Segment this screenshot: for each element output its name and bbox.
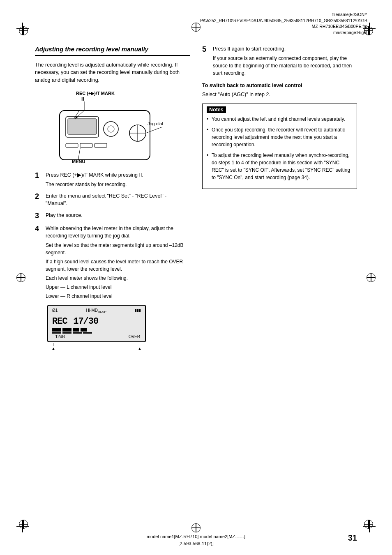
step-4-content: While observing the level meter in the d… xyxy=(46,225,190,300)
lcd-top-row: Ø1 Hi-MDHi-SP ▮▮▮ xyxy=(52,308,141,314)
left-column: Adjusting the recording level manually T… xyxy=(35,45,190,351)
lcd-main-text: REC 17/30 xyxy=(52,315,141,327)
step-1: 1 Press REC (+▶)/T MARK while pressing I… xyxy=(35,171,190,188)
svg-text:MENU: MENU xyxy=(72,159,85,164)
lcd-label-left: –12dB xyxy=(53,334,65,339)
right-column: 5 Press II again to start recording. If … xyxy=(202,45,357,351)
lcd-display: Ø1 Hi-MDHi-SP ▮▮▮ REC 17/30 xyxy=(47,305,146,342)
svg-rect-5 xyxy=(68,119,97,134)
lcd-bar-3 xyxy=(73,328,79,332)
step-3-content: Play the source. xyxy=(46,212,190,219)
lcd-mode: Hi-MDHi-SP xyxy=(86,308,106,314)
content-area: Adjusting the recording level manually T… xyxy=(35,45,357,514)
svg-point-7 xyxy=(108,126,114,132)
pointer-over: ▲ xyxy=(138,343,142,351)
svg-line-15 xyxy=(146,127,162,133)
step-4: 4 While observing the level meter in the… xyxy=(35,225,190,300)
step-2-content: Enter the menu and select "REC Set" - "R… xyxy=(46,192,190,208)
lcd-bars-row2 xyxy=(52,332,141,334)
lcd-dash-3 xyxy=(73,332,82,334)
pointer-12db-line xyxy=(53,343,53,346)
header-filename: filename[E:\SONY PA\5252_RH710\REVISE\DA… xyxy=(200,12,367,36)
filename-line3: -MZ-RH710EE\04GB00PE.fm xyxy=(310,24,367,29)
step-4-sub5: Lower — R channel input level xyxy=(46,292,190,300)
notes-list: You cannot adjust the left and right cha… xyxy=(207,115,353,181)
step-4-sub3: Each level meter shows the following. xyxy=(46,274,190,282)
step-5-content: Press II again to start recording. If yo… xyxy=(213,45,357,77)
section-title: Adjusting the recording level manually xyxy=(35,45,190,56)
footer-line1: model name1[MZ-RH710] model name2[MZ----… xyxy=(0,533,392,541)
pointer-over-line xyxy=(140,343,140,346)
lcd-bar-1 xyxy=(52,328,61,332)
footer-line2: [2-593-568-11(2)] xyxy=(0,540,392,548)
step-4-sub2: If a high sound level causes the level m… xyxy=(46,258,190,273)
device-illustration: REC (+▶)/T MARK II xyxy=(43,90,175,164)
lcd-dash-2 xyxy=(62,332,71,334)
svg-text:REC (+▶)/T MARK: REC (+▶)/T MARK xyxy=(76,91,115,96)
reg-mark-ml xyxy=(16,273,25,282)
footer: model name1[MZ-RH710] model name2[MZ----… xyxy=(0,533,392,548)
two-column-layout: Adjusting the recording level manually T… xyxy=(35,45,357,351)
lcd-time: 17/30 xyxy=(73,316,98,327)
sub-section-title: To switch back to automatic level contro… xyxy=(202,83,357,88)
filename-line2: PA\5252_RH710\REVISE\DATA\J9050645_25935… xyxy=(200,18,367,23)
pointer-12db: ▲ xyxy=(51,343,55,351)
lcd-pointer-row: ▲ ▲ xyxy=(47,343,146,351)
lcd-icons: ▮▮▮ xyxy=(135,308,141,314)
lcd-track-num: Ø1 xyxy=(52,308,58,314)
step-3-number: 3 xyxy=(35,212,44,221)
lcd-rec-label: REC xyxy=(52,316,67,327)
svg-rect-11 xyxy=(66,143,78,147)
notes-label: Notes xyxy=(207,106,226,113)
reg-mark-tm xyxy=(191,23,201,32)
svg-rect-13 xyxy=(95,143,107,147)
step-3: 3 Play the source. xyxy=(35,212,190,221)
notes-item-1: You cannot adjust the left and right cha… xyxy=(207,115,353,123)
step-1-sub: The recorder stands by for recording. xyxy=(46,181,190,188)
lcd-dash-4 xyxy=(83,332,92,334)
device-svg: REC (+▶)/T MARK II xyxy=(43,90,175,166)
filename-line1: filename[E:\SONY xyxy=(332,12,367,17)
reg-mark-br xyxy=(364,520,373,529)
step-4-number: 4 xyxy=(35,225,44,234)
pointer-12db-label: ▲ xyxy=(51,346,55,351)
svg-point-6 xyxy=(104,122,118,136)
page: filename[E:\SONY PA\5252_RH710\REVISE\DA… xyxy=(0,0,392,555)
svg-rect-12 xyxy=(80,143,92,147)
reg-mark-bl xyxy=(19,520,28,529)
step-4-sub1: Set the level so that the meter segments… xyxy=(46,242,190,256)
lcd-label-right: OVER xyxy=(129,334,140,339)
lcd-bar-2 xyxy=(62,328,71,332)
lcd-area: Ø1 Hi-MDHi-SP ▮▮▮ REC 17/30 xyxy=(47,305,190,351)
intro-text: The recording level is adjusted automati… xyxy=(35,61,190,84)
reg-mark-mr xyxy=(367,273,376,282)
step-5-sub: If your source is an externally connecte… xyxy=(213,55,357,77)
masterpage: masterpage:Right xyxy=(333,30,367,35)
svg-text:Jog dial: Jog dial xyxy=(148,121,163,126)
lcd-dash-1 xyxy=(52,332,61,334)
notes-item-2: Once you stop recording, the recorder wi… xyxy=(207,126,353,148)
step-2-number: 2 xyxy=(35,192,44,201)
lcd-labels: –12dB OVER xyxy=(52,334,141,339)
svg-rect-3 xyxy=(60,111,150,160)
svg-text:II: II xyxy=(81,96,84,102)
sub-section-text: Select "Auto (AGC)" in step 2. xyxy=(202,91,357,99)
step-1-number: 1 xyxy=(35,171,44,180)
lcd-bar-4 xyxy=(81,328,87,332)
step-1-main: Press REC (+▶)/T MARK while pressing II. xyxy=(46,172,143,178)
notes-box: Notes You cannot adjust the left and rig… xyxy=(202,104,357,189)
step-2: 2 Enter the menu and select "REC Set" - … xyxy=(35,192,190,208)
reg-mark-bm xyxy=(191,523,201,532)
step-2-main: Enter the menu and select "REC Set" - "R… xyxy=(46,193,166,207)
step-4-main: While observing the level meter in the d… xyxy=(46,226,173,239)
reg-mark-tl xyxy=(19,26,28,35)
step-1-content: Press REC (+▶)/T MARK while pressing II.… xyxy=(46,171,190,188)
lcd-bars xyxy=(52,328,141,332)
step-5: 5 Press II again to start recording. If … xyxy=(202,45,357,77)
notes-item-3: To adjust the recording level manually w… xyxy=(207,152,353,181)
step-5-number: 5 xyxy=(202,45,211,54)
step-3-main: Play the source. xyxy=(46,212,83,218)
step-4-sub4: Upper — L channel input level xyxy=(46,283,190,291)
pointer-over-label: ▲ xyxy=(138,346,142,351)
step-5-main: Press II again to start recording. xyxy=(213,46,286,52)
